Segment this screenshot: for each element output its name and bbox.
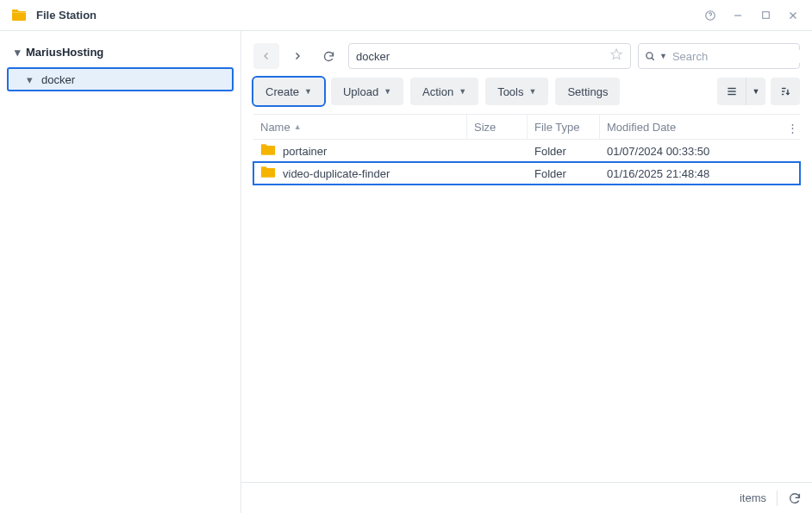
col-date[interactable]: Modified Date	[600, 115, 800, 139]
folder-icon	[260, 143, 276, 159]
upload-button-label: Upload	[343, 85, 378, 98]
file-size	[467, 162, 528, 185]
col-type-label: File Type	[534, 121, 580, 134]
file-table: Name ▲ Size File Type Modified Date ⋮ po…	[241, 114, 812, 482]
svg-line-8	[652, 58, 654, 60]
tree-item-docker[interactable]: ▾ docker	[7, 67, 234, 91]
status-refresh-button[interactable]	[788, 491, 802, 505]
create-button-label: Create	[265, 85, 299, 98]
settings-button[interactable]: Settings	[555, 78, 620, 105]
tools-button[interactable]: Tools ▼	[485, 78, 548, 105]
caret-down-icon: ▼	[529, 87, 537, 96]
upload-button[interactable]: Upload ▼	[331, 78, 403, 105]
main-panel: ▼ Create ▼ Upload ▼ Action ▼ Tools ▼	[241, 31, 812, 513]
app-title: File Station	[36, 9, 691, 22]
table-header: Name ▲ Size File Type Modified Date ⋮	[253, 114, 800, 140]
refresh-button[interactable]	[315, 43, 341, 69]
settings-button-label: Settings	[567, 85, 608, 98]
svg-point-7	[646, 53, 653, 59]
view-list-button[interactable]	[717, 78, 746, 105]
col-name-label: Name	[260, 121, 290, 134]
caret-down-icon: ▼	[459, 87, 466, 96]
folder-icon	[260, 166, 276, 181]
view-more-caret-button[interactable]: ▼	[746, 78, 765, 105]
minimize-button[interactable]	[729, 7, 746, 24]
maximize-button[interactable]	[757, 7, 774, 24]
action-toolbar: Create ▼ Upload ▼ Action ▼ Tools ▼ Setti…	[241, 78, 812, 114]
divider	[777, 491, 778, 506]
search-input[interactable]	[672, 50, 812, 63]
status-bar: items	[241, 482, 812, 513]
tree-root-label: MariusHosting	[26, 46, 103, 59]
sort-button[interactable]	[771, 78, 800, 105]
tree-root[interactable]: ▾ MariusHosting	[7, 40, 234, 64]
table-row[interactable]: portainerFolder01/07/2024 00:33:50	[253, 140, 800, 162]
items-count-label: items	[740, 491, 766, 504]
file-type: Folder	[528, 140, 600, 162]
caret-down-icon: ▼	[304, 87, 312, 96]
search-icon	[644, 50, 656, 62]
sort-asc-icon: ▲	[294, 122, 302, 131]
file-date: 01/07/2024 00:33:50	[600, 140, 800, 162]
action-button[interactable]: Action ▼	[410, 78, 478, 105]
col-size[interactable]: Size	[467, 115, 528, 139]
col-type[interactable]: File Type	[528, 115, 600, 139]
nav-row: ▼	[241, 31, 812, 78]
svg-rect-3	[762, 12, 769, 19]
col-size-label: Size	[474, 121, 496, 134]
path-input[interactable]	[356, 50, 609, 63]
file-name: portainer	[283, 145, 327, 158]
table-row[interactable]: video-duplicate-finderFolder01/16/2025 2…	[253, 162, 800, 185]
caret-down-icon: ▾	[12, 46, 22, 59]
svg-point-1	[710, 17, 711, 18]
tools-button-label: Tools	[497, 85, 523, 98]
sidebar: ▾ MariusHosting ▾ docker	[0, 31, 241, 513]
forward-button[interactable]	[284, 43, 310, 69]
path-input-box[interactable]	[348, 43, 631, 69]
col-date-label: Modified Date	[607, 121, 676, 134]
star-icon[interactable]	[609, 47, 623, 65]
back-button[interactable]	[253, 43, 279, 69]
tree-item-label: docker	[41, 73, 75, 86]
search-options-caret-icon[interactable]: ▼	[659, 52, 667, 60]
file-name: video-duplicate-finder	[283, 167, 390, 180]
action-button-label: Action	[422, 85, 453, 98]
help-button[interactable]	[702, 7, 719, 24]
create-button[interactable]: Create ▼	[253, 78, 324, 105]
app-folder-icon	[10, 7, 28, 24]
file-date: 01/16/2025 21:48:48	[600, 162, 800, 185]
caret-down-icon: ▼	[384, 87, 391, 96]
col-name[interactable]: Name ▲	[253, 115, 467, 139]
column-options-button[interactable]: ⋮	[784, 115, 800, 141]
file-type: Folder	[528, 162, 600, 185]
title-bar: File Station	[0, 0, 812, 31]
file-size	[467, 140, 528, 162]
caret-down-icon: ▾	[24, 73, 34, 86]
svg-marker-6	[611, 49, 621, 59]
close-button[interactable]	[784, 7, 802, 24]
search-box[interactable]: ▼	[638, 43, 800, 69]
